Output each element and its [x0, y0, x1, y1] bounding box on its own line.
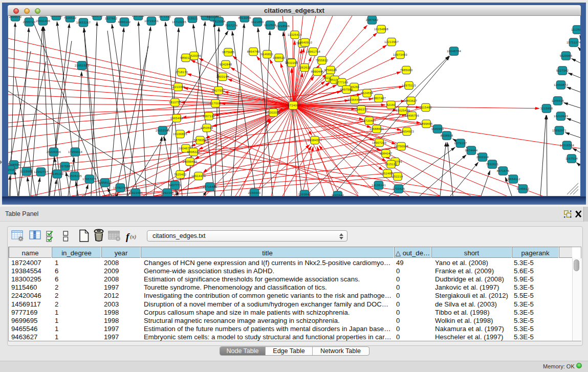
svg-text:9777169: 9777169 [336, 81, 349, 84]
svg-text:8938918: 8938918 [441, 134, 453, 137]
svg-text:9329966: 9329966 [560, 54, 573, 57]
svg-text:1588520: 1588520 [273, 56, 286, 59]
svg-text:20756928: 20756928 [394, 145, 408, 148]
svg-text:2718170: 2718170 [176, 71, 188, 74]
svg-text:16648784: 16648784 [447, 50, 462, 53]
svg-text:15495756: 15495756 [405, 114, 419, 117]
svg-text:16961758: 16961758 [306, 50, 320, 53]
svg-text:8813054: 8813054 [213, 20, 226, 23]
svg-text:17016504: 17016504 [560, 144, 575, 147]
svg-text:3215958: 3215958 [540, 107, 553, 110]
svg-text:2156443: 2156443 [248, 191, 261, 194]
svg-text:1615132: 1615132 [385, 163, 398, 166]
svg-text:2055724: 2055724 [23, 20, 36, 24]
svg-text:1810755: 1810755 [169, 101, 182, 104]
svg-text:16099489: 16099489 [183, 160, 197, 163]
svg-text:6497568: 6497568 [340, 88, 353, 91]
svg-text:1965493: 1965493 [170, 117, 183, 120]
svg-text:(x): (x) [130, 234, 136, 240]
svg-text:1244415: 1244415 [552, 99, 564, 102]
svg-text:1921850: 1921850 [251, 20, 264, 24]
svg-text:6466102: 6466102 [118, 20, 131, 24]
svg-text:10719151: 10719151 [144, 19, 159, 23]
svg-text:17359914: 17359914 [68, 150, 83, 154]
svg-text:11325419: 11325419 [288, 33, 302, 36]
svg-text:13975887: 13975887 [58, 165, 72, 168]
svg-text:20691406: 20691406 [36, 19, 50, 23]
svg-text:15751074: 15751074 [567, 41, 580, 44]
svg-text:7625402: 7625402 [174, 173, 187, 176]
svg-text:19166825: 19166825 [173, 133, 187, 136]
svg-text:8471676: 8471676 [497, 169, 510, 172]
svg-text:7106532: 7106532 [64, 16, 77, 19]
svg-text:10653267: 10653267 [76, 21, 91, 24]
svg-text:9084047: 9084047 [380, 152, 393, 155]
svg-text:7357274: 7357274 [225, 24, 238, 27]
svg-text:16640910: 16640910 [298, 41, 312, 44]
svg-text:15716485: 15716485 [203, 185, 217, 188]
svg-text:989012: 989012 [180, 56, 191, 59]
svg-text:9457771: 9457771 [169, 184, 182, 187]
svg-text:10654112: 10654112 [506, 178, 520, 181]
svg-text:f: f [126, 231, 130, 242]
svg-text:18907249: 18907249 [372, 141, 386, 144]
svg-text:3875685: 3875685 [222, 51, 235, 54]
svg-text:3915161: 3915161 [8, 168, 16, 171]
svg-text:1093842: 1093842 [298, 193, 311, 196]
svg-text:8990448: 8990448 [311, 70, 324, 73]
svg-text:117006: 117006 [210, 102, 221, 105]
svg-text:9227342: 9227342 [556, 69, 569, 72]
svg-text:20206556: 20206556 [47, 150, 61, 154]
svg-text:2093842: 2093842 [332, 194, 344, 196]
svg-text:9119727: 9119727 [91, 16, 103, 17]
svg-text:9474444: 9474444 [465, 149, 478, 152]
svg-text:9242848: 9242848 [220, 63, 232, 66]
svg-text:19218506: 19218506 [275, 25, 290, 28]
svg-text:1145193: 1145193 [51, 172, 63, 176]
svg-text:6899695: 6899695 [420, 122, 433, 125]
svg-text:1112504: 1112504 [571, 28, 580, 31]
svg-text:1215682: 1215682 [20, 170, 33, 173]
svg-text:10025438: 10025438 [396, 109, 410, 112]
svg-text:1292348: 1292348 [161, 191, 174, 194]
svg-text:12093872: 12093872 [554, 83, 568, 86]
svg-text:16914479: 16914479 [191, 174, 206, 178]
svg-text:7632621: 7632621 [486, 163, 499, 166]
svg-text:2803144: 2803144 [216, 75, 229, 78]
svg-text:6794028: 6794028 [324, 69, 337, 72]
svg-text:5878354: 5878354 [194, 139, 207, 142]
svg-text:10688609: 10688609 [369, 127, 384, 130]
svg-text:14136141: 14136141 [372, 184, 386, 187]
svg-text:16713155: 16713155 [172, 20, 186, 24]
svg-text:10807487: 10807487 [372, 97, 386, 100]
svg-text:3267130: 3267130 [203, 115, 215, 118]
svg-text:17957275: 17957275 [82, 178, 97, 181]
svg-text:8427552: 8427552 [212, 89, 225, 92]
svg-text:9245612: 9245612 [517, 187, 530, 190]
svg-text:10958117: 10958117 [98, 181, 112, 184]
svg-text:19384554: 19384554 [308, 139, 322, 142]
svg-text:12213967: 12213967 [384, 40, 399, 43]
svg-text:1640954: 1640954 [431, 127, 444, 130]
svg-text:29053346: 29053346 [156, 129, 170, 132]
svg-text:7485063: 7485063 [400, 69, 413, 72]
svg-text:16154808: 16154808 [374, 28, 388, 31]
svg-text:10973493: 10973493 [393, 53, 407, 56]
svg-text:1733426: 1733426 [393, 187, 405, 190]
svg-text:16782759: 16782759 [113, 186, 127, 189]
svg-text:252214: 252214 [392, 175, 403, 178]
svg-text:15692971: 15692971 [552, 129, 567, 132]
svg-text:1527602: 1527602 [105, 17, 118, 20]
svg-text:19654923: 19654923 [400, 130, 414, 133]
svg-text:1112504: 1112504 [264, 24, 276, 27]
svg-text:12942737: 12942737 [34, 170, 48, 173]
svg-text:1353594: 1353594 [201, 126, 213, 129]
svg-text:9146821: 9146821 [261, 53, 274, 56]
svg-text:2933114: 2933114 [476, 156, 489, 159]
svg-text:12975115: 12975115 [402, 84, 416, 87]
svg-text:3624554: 3624554 [361, 92, 374, 95]
svg-text:6379197: 6379197 [454, 142, 467, 145]
svg-text:1671315: 1671315 [159, 16, 171, 18]
svg-text:8813054: 8813054 [238, 16, 251, 19]
svg-text:15302033: 15302033 [266, 111, 280, 114]
